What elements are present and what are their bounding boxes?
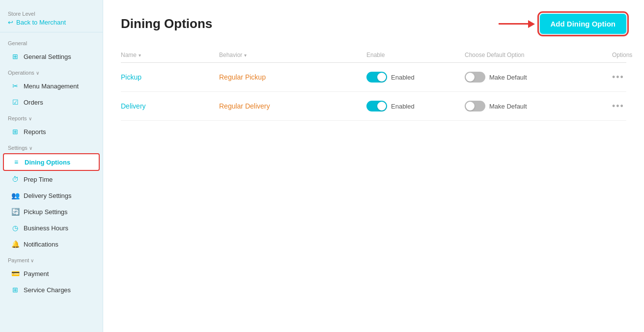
sidebar-item-prep-time[interactable]: ⏱ Prep Time <box>3 171 100 187</box>
reports-section-label: Reports ∨ <box>0 111 103 123</box>
orders-label: Orders <box>24 99 43 106</box>
col-enable: Enable <box>366 52 465 58</box>
make-default-label-1: Make Default <box>489 74 527 81</box>
sidebar: Store Level ↩ Back to Merchant General ⊞… <box>0 0 103 332</box>
sort-icon-behavior: ▾ <box>244 53 247 58</box>
row-1-options: ••• <box>612 72 644 83</box>
delivery-settings-label: Delivery Settings <box>24 192 72 199</box>
col-behavior: Behavior ▾ <box>219 52 366 58</box>
add-button-container: Add Dining Option <box>540 14 626 34</box>
back-to-merchant-link[interactable]: ↩ Back to Merchant <box>8 19 95 26</box>
sort-icon: ▾ <box>139 53 141 58</box>
row-2-enable: Enabled <box>366 101 465 111</box>
default-toggle-2[interactable] <box>465 101 485 111</box>
arrow-line <box>499 23 528 25</box>
make-default-label-2: Make Default <box>489 103 527 110</box>
settings-section-label: Settings ∨ <box>0 140 103 153</box>
dining-options-icon: ≡ <box>12 158 21 166</box>
row-2-behavior: Regular Delivery <box>219 102 366 110</box>
sidebar-item-payment[interactable]: 💳 Payment <box>3 266 100 281</box>
enable-toggle-2[interactable] <box>366 101 387 111</box>
sidebar-item-notifications[interactable]: 🔔 Notifications <box>3 236 100 252</box>
delivery-icon: 👥 <box>11 191 20 200</box>
prep-time-icon: ⏱ <box>11 175 20 184</box>
row-1-behavior: Regular Pickup <box>219 73 366 81</box>
row-1-enable: Enabled <box>366 72 465 83</box>
prep-time-label: Prep Time <box>24 176 53 183</box>
more-options-1[interactable]: ••• <box>612 72 624 82</box>
grid-icon: ⊞ <box>11 52 20 61</box>
default-toggle-thumb-2 <box>466 102 475 111</box>
table-row: Pickup Regular Pickup Enabled Make Defau… <box>121 63 626 92</box>
default-wrap-1: Make Default <box>465 72 612 83</box>
dining-options-table: Name ▾ Behavior ▾ Enable Choose Default … <box>121 48 626 121</box>
main-header: Dining Options Add Dining Option <box>121 14 626 34</box>
toggle-thumb-1 <box>377 73 386 82</box>
payment-section-label: Payment ∨ <box>0 252 103 265</box>
enable-toggle-wrap-2: Enabled <box>366 101 465 111</box>
sidebar-item-general-settings[interactable]: ⊞ General Settings <box>3 49 100 64</box>
row-2-options: ••• <box>612 101 644 111</box>
sidebar-item-pickup-settings[interactable]: 🔄 Pickup Settings <box>3 204 100 220</box>
service-charges-label: Service Charges <box>24 286 71 294</box>
hours-icon: ◷ <box>11 223 20 232</box>
sidebar-item-dining-options[interactable]: ≡ Dining Options <box>3 153 100 171</box>
sidebar-item-reports[interactable]: ⊞ Reports <box>3 124 100 139</box>
arrow-indicator <box>499 20 535 28</box>
store-level-label: Store Level <box>8 11 95 17</box>
general-section-label: General <box>0 35 103 48</box>
sidebar-item-service-charges[interactable]: ⊞ Service Charges <box>3 282 100 298</box>
operations-section-label: Operations ∨ <box>0 65 103 78</box>
business-hours-label: Business Hours <box>24 224 68 232</box>
sidebar-item-delivery-settings[interactable]: 👥 Delivery Settings <box>3 188 100 203</box>
back-label: Back to Merchant <box>16 19 66 26</box>
default-toggle-thumb-1 <box>466 73 475 82</box>
more-options-2[interactable]: ••• <box>612 101 624 111</box>
toggle-thumb-2 <box>377 102 386 111</box>
row-1-default: Make Default <box>465 72 612 83</box>
col-name: Name ▾ <box>121 52 219 58</box>
default-wrap-2: Make Default <box>465 101 612 111</box>
reports-label: Reports <box>24 128 46 136</box>
enable-toggle-1[interactable] <box>366 72 387 83</box>
menu-management-label: Menu Management <box>24 83 79 90</box>
row-2-default: Make Default <box>465 101 612 111</box>
sidebar-item-orders[interactable]: ☑ Orders <box>3 94 100 110</box>
payment-label: Payment <box>24 270 49 277</box>
pickup-icon: 🔄 <box>11 207 20 216</box>
enable-label-1: Enabled <box>391 74 415 81</box>
back-icon: ↩ <box>8 19 13 26</box>
col-default: Choose Default Option <box>465 52 612 58</box>
reports-icon: ⊞ <box>11 127 20 136</box>
page-title: Dining Options <box>121 16 212 31</box>
sidebar-item-business-hours[interactable]: ◷ Business Hours <box>3 220 100 236</box>
notifications-icon: 🔔 <box>11 240 20 249</box>
service-charges-icon: ⊞ <box>11 285 20 294</box>
table-row: Delivery Regular Delivery Enabled Make D… <box>121 92 626 121</box>
orders-icon: ☑ <box>11 98 20 107</box>
dining-options-label: Dining Options <box>25 159 70 166</box>
row-1-name: Pickup <box>121 73 219 81</box>
notifications-label: Notifications <box>24 241 58 248</box>
arrow-head <box>528 20 535 28</box>
pickup-settings-label: Pickup Settings <box>24 208 68 216</box>
payment-icon: 💳 <box>11 269 20 278</box>
menu-icon: ✂ <box>11 82 20 90</box>
general-settings-label: General Settings <box>24 53 71 60</box>
row-2-name: Delivery <box>121 102 219 110</box>
enable-toggle-wrap-1: Enabled <box>366 72 465 83</box>
enable-label-2: Enabled <box>391 103 415 110</box>
col-options: Options <box>612 52 644 58</box>
default-toggle-1[interactable] <box>465 72 485 83</box>
main-content: Dining Options Add Dining Option Name ▾ … <box>103 0 644 332</box>
sidebar-item-menu-management[interactable]: ✂ Menu Management <box>3 78 100 94</box>
add-dining-option-button[interactable]: Add Dining Option <box>540 14 626 34</box>
store-level-section: Store Level ↩ Back to Merchant <box>0 7 103 32</box>
table-header: Name ▾ Behavior ▾ Enable Choose Default … <box>121 48 626 63</box>
